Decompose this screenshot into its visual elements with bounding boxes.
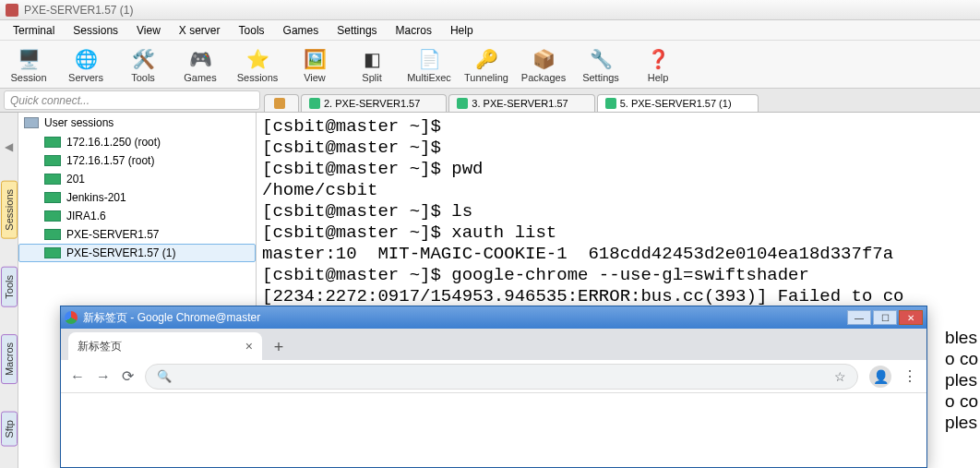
terminal-icon [605,98,616,109]
sidetab-sftp[interactable]: Sftp [1,412,18,447]
session-item[interactable]: PXE-SERVER1.57 [18,225,256,244]
menu-icon[interactable]: ⋮ [902,367,917,385]
session-item[interactable]: PXE-SERVER1.57 (1) [18,244,256,262]
sidetab-macros[interactable]: Macros [1,334,18,384]
forward-button[interactable]: → [96,368,111,385]
toolbar-servers-button[interactable]: 🌐Servers [61,46,111,83]
toolbar-tunneling-button[interactable]: 🔑Tunneling [461,46,511,83]
toolbar-label: Split [362,72,381,83]
toolbar-label: Games [184,72,216,83]
toolbar-label: Servers [68,72,103,83]
session-label: 201 [66,173,85,186]
profile-avatar[interactable]: 👤 [869,366,891,388]
session-label: JIRA1.6 [66,210,106,222]
sessions-icon: ⭐ [244,46,271,72]
chrome-icon [65,311,78,324]
collapse-icon[interactable]: ◀ [5,140,13,153]
new-tab-button[interactable]: + [266,334,292,360]
terminal-icon [309,98,320,109]
tab-home[interactable] [264,94,299,112]
quick-connect-input[interactable]: Quick connect... [4,90,260,110]
session-item[interactable]: JIRA1.6 [18,207,256,225]
toolbar-label: Settings [582,72,619,83]
menu-macros[interactable]: Macros [387,22,441,39]
close-button[interactable]: ✕ [899,310,923,325]
terminal-icon [44,229,61,240]
toolbar-tools-button[interactable]: 🛠️Tools [118,46,168,83]
packages-icon: 📦 [530,46,557,72]
chrome-tabstrip: 新标签页 × + [61,329,926,360]
menu-tools[interactable]: Tools [230,22,274,39]
window-title: PXE-SERVER1.57 (1) [24,4,134,17]
toolbar-label: Session [10,72,46,83]
home-icon [274,98,285,109]
window-titlebar: PXE-SERVER1.57 (1) [0,0,980,20]
tree-root[interactable]: User sessions [18,113,256,133]
tab-label: 5. PXE-SERVER1.57 (1) [620,98,732,109]
terminal-icon [44,174,61,185]
menu-xserver[interactable]: X server [170,22,230,39]
session-icon: 🖥️ [15,46,42,72]
menu-sessions[interactable]: Sessions [64,22,127,39]
terminal-icon [457,98,468,109]
toolbar-sessions-button[interactable]: ⭐Sessions [233,46,282,83]
toolbar-label: Packages [521,72,566,83]
tab-t2[interactable]: 2. PXE-SERVER1.57 [301,94,447,112]
toolbar-packages-button[interactable]: 📦Packages [519,46,568,83]
menu-games[interactable]: Games [274,22,329,39]
session-label: PXE-SERVER1.57 (1) [66,246,176,259]
chrome-window: 新标签页 - Google Chrome@master — ☐ ✕ 新标签页 ×… [60,306,927,468]
omnibox[interactable]: 🔍 ☆ [145,364,858,390]
quick-connect-placeholder: Quick connect... [10,94,90,107]
session-item[interactable]: Jenkins-201 [18,188,256,207]
toolbar-view-button[interactable]: 🖼️View [290,46,340,83]
session-item[interactable]: 201 [18,170,256,188]
toolbar-label: Help [648,72,669,83]
close-tab-icon[interactable]: × [245,339,253,354]
side-tabs: ◀ Sessions Tools Macros Sftp [0,113,18,468]
tab-row: Quick connect... 2. PXE-SERVER1.573. PXE… [0,89,980,113]
games-icon: 🎮 [186,46,214,72]
servers-icon: 🌐 [72,46,100,72]
tab-t3[interactable]: 3. PXE-SERVER1.57 [448,94,594,112]
menu-terminal[interactable]: Terminal [4,22,64,39]
toolbar-games-button[interactable]: 🎮Games [175,46,225,83]
toolbar-label: MultiExec [407,72,451,83]
minimize-button[interactable]: — [847,310,871,325]
bookmark-icon[interactable]: ☆ [834,369,846,384]
sidetab-sessions[interactable]: Sessions [1,181,18,239]
chrome-tab-label: 新标签页 [78,339,122,354]
toolbar-multiexec-button[interactable]: 📄MultiExec [404,46,454,83]
multiexec-icon: 📄 [415,46,443,72]
chrome-titlebar[interactable]: 新标签页 - Google Chrome@master — ☐ ✕ [61,306,926,329]
sidetab-tools[interactable]: Tools [1,267,18,307]
terminal-icon [44,192,61,203]
toolbar-session-button[interactable]: 🖥️Session [4,46,54,83]
toolbar-label: Tunneling [464,72,508,83]
tunneling-icon: 🔑 [472,46,500,72]
tools-icon: 🛠️ [129,46,157,72]
session-item[interactable]: 172.16.1.250 (root) [18,133,256,151]
tab-label: 2. PXE-SERVER1.57 [324,98,420,109]
toolbar-split-button[interactable]: ◧Split [347,46,397,83]
menu-view[interactable]: View [127,22,170,39]
session-item[interactable]: 172.16.1.57 (root) [18,151,256,170]
terminal-icon [44,247,61,258]
help-icon: ❓ [644,46,672,72]
chrome-title: 新标签页 - Google Chrome@master [83,310,260,326]
tab-label: 3. PXE-SERVER1.57 [472,98,568,109]
session-label: PXE-SERVER1.57 [66,228,160,241]
reload-button[interactable]: ⟳ [122,367,134,385]
back-button[interactable]: ← [70,368,85,385]
menu-settings[interactable]: Settings [328,22,386,39]
maximize-button[interactable]: ☐ [873,310,897,325]
toolbar-help-button[interactable]: ❓Help [633,46,683,83]
search-icon: 🔍 [157,369,172,383]
menu-help[interactable]: Help [441,22,483,39]
toolbar-settings-button[interactable]: 🔧Settings [576,46,626,83]
tab-t5[interactable]: 5. PXE-SERVER1.57 (1) [597,94,759,112]
tree-root-label: User sessions [44,116,114,129]
folder-icon [24,117,39,128]
chrome-tab[interactable]: 新标签页 × [68,332,262,360]
session-tabs: 2. PXE-SERVER1.573. PXE-SERVER1.575. PXE… [264,89,980,112]
